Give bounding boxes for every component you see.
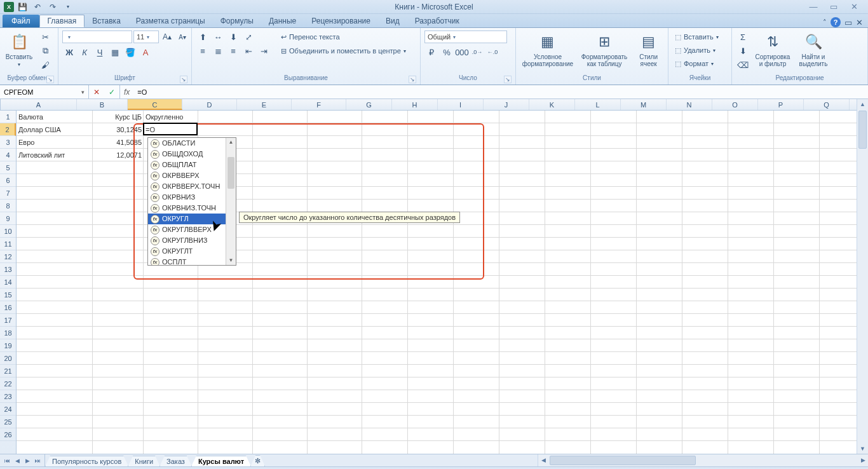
scroll-left-icon[interactable]: ◀ [538,454,548,466]
autocomplete-item[interactable]: fxОКРУГЛТ [148,246,226,257]
name-box-input[interactable] [0,88,78,96]
row-header[interactable]: 14 [0,276,16,289]
align-top-icon[interactable]: ⬆ [196,31,210,43]
window-close-workbook-icon[interactable]: ✕ [856,18,863,27]
row-header[interactable]: 18 [0,327,16,339]
row-header[interactable]: 13 [0,263,16,276]
ribbon-tab[interactable]: Вид [378,15,407,27]
ribbon-tab[interactable]: Главная [39,15,85,27]
wrap-text-button[interactable]: ↩Перенос текста [278,31,409,43]
row-header[interactable]: 10 [0,225,16,238]
align-middle-icon[interactable]: ↔ [211,31,225,43]
increase-decimal-icon[interactable]: .0→ [470,46,484,58]
column-header[interactable]: C [128,99,182,110]
ribbon-tab[interactable]: Разработчик [407,15,467,27]
column-header[interactable]: O [712,99,758,110]
cell[interactable]: Евро [17,136,93,149]
column-header[interactable]: P [758,99,804,110]
row-header[interactable]: 4 [0,149,16,161]
row-header[interactable]: 26 [0,428,16,441]
align-center-icon[interactable]: ≣ [211,44,225,57]
dialog-launcher-icon[interactable]: ↘ [504,76,512,83]
row-header[interactable]: 11 [0,238,16,250]
fill-icon[interactable]: ⬇ [736,44,750,57]
column-header[interactable]: J [484,99,529,110]
conditional-formatting-button[interactable]: ▦ Условное форматирование [520,31,576,67]
percent-icon[interactable]: % [440,46,454,58]
currency-icon[interactable]: ₽ [424,46,438,58]
ribbon-tab[interactable]: Данные [261,15,304,27]
save-icon[interactable]: 💾 [15,1,29,13]
column-header[interactable]: F [292,99,346,110]
row-header[interactable]: 5 [0,161,16,174]
column-header[interactable]: M [621,99,667,110]
ribbon-tab[interactable]: Формулы [213,15,261,27]
row-header[interactable]: 25 [0,416,16,428]
row-header[interactable]: 3 [0,136,16,149]
font-color-icon[interactable]: A [139,46,153,58]
row-header[interactable]: 23 [0,390,16,403]
cell[interactable]: Доллар США [17,123,93,136]
column-header[interactable]: E [237,99,292,110]
number-format-combo[interactable]: Общий▾ [424,31,507,43]
qat-customize-icon[interactable]: ▾ [61,1,75,13]
bold-button[interactable]: Ж [62,46,76,58]
format-as-table-button[interactable]: ⊞ Форматировать как таблицу [580,31,629,67]
autocomplete-item[interactable]: fxОКРВВЕРХ [148,170,226,181]
cell[interactable]: Округленно [144,111,198,123]
format-cells-button[interactable]: ⬚Формат▾ [672,57,716,70]
sheet-nav-last-icon[interactable]: ⏭ [33,458,42,464]
column-header[interactable]: D [182,99,237,110]
comma-icon[interactable]: 000 [455,46,469,58]
merge-center-button[interactable]: ⊟Объединить и поместить в центре▾ [278,44,409,57]
cell-styles-button[interactable]: ▤ Стили ячеек [633,31,664,67]
fx-icon[interactable]: fx [120,85,133,99]
scrollbar-thumb[interactable] [550,456,696,465]
dialog-launcher-icon[interactable]: ↘ [180,76,187,83]
help-icon[interactable]: ? [831,17,841,27]
close-icon[interactable]: ✕ [846,2,862,11]
column-header[interactable]: N [667,99,712,110]
redo-icon[interactable]: ↷ [46,1,60,13]
column-header[interactable]: I [438,99,484,110]
grow-font-icon[interactable]: A▴ [160,31,174,43]
find-select-button[interactable]: 🔍 Найти и выделить [796,31,831,67]
cell[interactable]: 30,1245 [93,123,144,136]
align-left-icon[interactable]: ≡ [196,44,210,57]
autocomplete-item[interactable]: fxОБЩДОХОД [148,149,226,160]
window-restore-workbook-icon[interactable]: ▭ [844,18,852,27]
chevron-down-icon[interactable]: ▾ [78,89,88,95]
cell[interactable]: Курс ЦБ [93,111,144,123]
clear-icon[interactable]: ⌫ [736,58,750,71]
autocomplete-item[interactable]: fxОКРВНИЗ.ТОЧН [148,203,226,214]
autocomplete-item[interactable]: fxОСПЛТ [148,257,226,265]
fill-color-icon[interactable]: 🪣 [123,46,137,58]
autocomplete-item[interactable]: fxОКРУГЛВВЕРХ [148,224,226,235]
orientation-icon[interactable]: ⤢ [241,31,255,43]
sheet-tab[interactable]: Книги [128,456,160,466]
column-header[interactable]: A [1,99,77,110]
horizontal-scrollbar[interactable]: ◀ ▶ [538,454,868,466]
row-header[interactable]: 7 [0,187,16,200]
cell[interactable]: 12,0071 [93,149,144,161]
sheet-nav-first-icon[interactable]: ⏮ [3,458,11,464]
column-header[interactable]: B [77,99,128,110]
active-cell-editor[interactable]: =О [143,123,198,135]
sheet-nav-next-icon[interactable]: ▶ [23,458,32,464]
cell[interactable]: 41,5085 [93,136,144,149]
column-header[interactable]: H [392,99,438,110]
sheet-nav-prev-icon[interactable]: ◀ [13,458,22,464]
increase-indent-icon[interactable]: ⇥ [257,44,271,57]
formula-input[interactable] [133,85,868,99]
minimize-ribbon-icon[interactable]: ˄ [823,18,827,27]
align-right-icon[interactable]: ≡ [226,44,240,57]
delete-cells-button[interactable]: ⬚Удалить▾ [672,44,718,57]
minimize-icon[interactable]: — [806,2,821,11]
autocomplete-item[interactable]: fxОКРВНИЗ [148,192,226,203]
row-header[interactable]: 8 [0,200,16,212]
align-bottom-icon[interactable]: ⬇ [226,31,240,43]
autocomplete-item[interactable]: fxОКРВВЕРХ.ТОЧН [148,181,226,192]
row-header[interactable]: 22 [0,377,16,390]
formula-autocomplete-popup[interactable]: fxОБЛАСТИfxОБЩДОХОДfxОБЩПЛАТfxОКРВВЕРХfx… [147,137,236,266]
sheet-tab[interactable]: Курсы валют [191,456,251,466]
